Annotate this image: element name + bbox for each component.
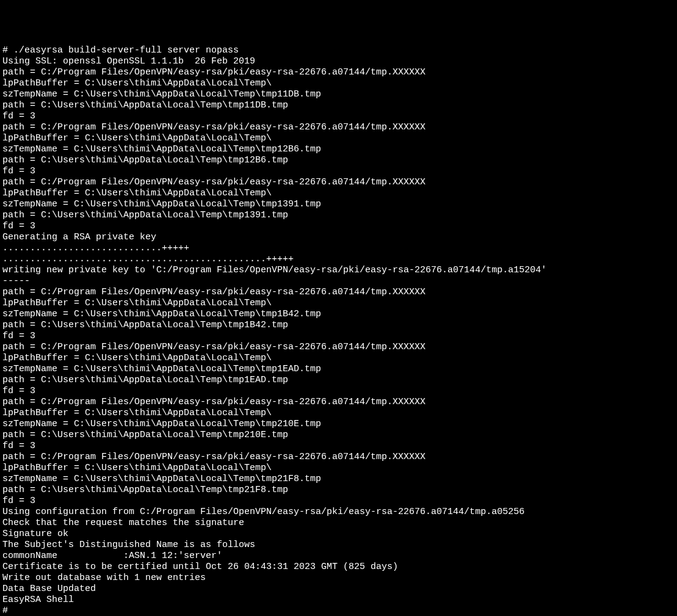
terminal-line: szTempName = C:\Users\thimi\AppData\Loca…: [2, 144, 675, 155]
terminal-output[interactable]: # ./easyrsa build-server-full server nop…: [2, 45, 675, 616]
terminal-line: lpPathBuffer = C:\Users\thimi\AppData\Lo…: [2, 463, 675, 474]
terminal-line: Using configuration from C:/Program File…: [2, 507, 675, 518]
terminal-line: Data Base Updated: [2, 584, 675, 595]
terminal-line: path = C:/Program Files/OpenVPN/easy-rsa…: [2, 342, 675, 353]
terminal-line: path = C:/Program Files/OpenVPN/easy-rsa…: [2, 177, 675, 188]
terminal-line: path = C:\Users\thimi\AppData\Local\Temp…: [2, 375, 675, 386]
terminal-line: lpPathBuffer = C:\Users\thimi\AppData\Lo…: [2, 188, 675, 199]
terminal-line: path = C:\Users\thimi\AppData\Local\Temp…: [2, 485, 675, 496]
terminal-line: fd = 3: [2, 386, 675, 397]
terminal-line: EasyRSA Shell: [2, 595, 675, 606]
terminal-line: szTempName = C:\Users\thimi\AppData\Loca…: [2, 309, 675, 320]
terminal-line: path = C:/Program Files/OpenVPN/easy-rsa…: [2, 397, 675, 408]
terminal-line: Write out database with 1 new entries: [2, 573, 675, 584]
terminal-line: Using SSL: openssl OpenSSL 1.1.1b 26 Feb…: [2, 56, 675, 67]
terminal-line: lpPathBuffer = C:\Users\thimi\AppData\Lo…: [2, 298, 675, 309]
terminal-line: Generating a RSA private key: [2, 232, 675, 243]
terminal-line: Certificate is to be certified until Oct…: [2, 562, 675, 573]
terminal-line: path = C:\Users\thimi\AppData\Local\Temp…: [2, 100, 675, 111]
terminal-line: path = C:\Users\thimi\AppData\Local\Temp…: [2, 430, 675, 441]
terminal-line: ........................................…: [2, 254, 675, 265]
terminal-line: lpPathBuffer = C:\Users\thimi\AppData\Lo…: [2, 353, 675, 364]
terminal-line: fd = 3: [2, 166, 675, 177]
terminal-line: path = C:/Program Files/OpenVPN/easy-rsa…: [2, 122, 675, 133]
terminal-line: path = C:\Users\thimi\AppData\Local\Temp…: [2, 210, 675, 221]
terminal-line: The Subject's Distinguished Name is as f…: [2, 540, 675, 551]
terminal-line: szTempName = C:\Users\thimi\AppData\Loca…: [2, 89, 675, 100]
terminal-line: #: [2, 606, 675, 616]
terminal-line: Signature ok: [2, 529, 675, 540]
terminal-line: lpPathBuffer = C:\Users\thimi\AppData\Lo…: [2, 408, 675, 419]
terminal-line: Check that the request matches the signa…: [2, 518, 675, 529]
terminal-line: szTempName = C:\Users\thimi\AppData\Loca…: [2, 364, 675, 375]
terminal-line: path = C:/Program Files/OpenVPN/easy-rsa…: [2, 67, 675, 78]
terminal-line: fd = 3: [2, 331, 675, 342]
terminal-line: path = C:\Users\thimi\AppData\Local\Temp…: [2, 155, 675, 166]
terminal-line: fd = 3: [2, 111, 675, 122]
terminal-line: path = C:\Users\thimi\AppData\Local\Temp…: [2, 320, 675, 331]
terminal-line: lpPathBuffer = C:\Users\thimi\AppData\Lo…: [2, 78, 675, 89]
terminal-line: fd = 3: [2, 496, 675, 507]
terminal-line: commonName :ASN.1 12:'server': [2, 551, 675, 562]
terminal-line: .............................+++++: [2, 243, 675, 254]
terminal-line: lpPathBuffer = C:\Users\thimi\AppData\Lo…: [2, 133, 675, 144]
terminal-line: # ./easyrsa build-server-full server nop…: [2, 45, 675, 56]
terminal-line: szTempName = C:\Users\thimi\AppData\Loca…: [2, 199, 675, 210]
terminal-line: writing new private key to 'C:/Program F…: [2, 265, 675, 276]
terminal-line: fd = 3: [2, 221, 675, 232]
terminal-line: path = C:/Program Files/OpenVPN/easy-rsa…: [2, 452, 675, 463]
terminal-line: szTempName = C:\Users\thimi\AppData\Loca…: [2, 419, 675, 430]
terminal-line: fd = 3: [2, 441, 675, 452]
terminal-line: -----: [2, 276, 675, 287]
terminal-line: path = C:/Program Files/OpenVPN/easy-rsa…: [2, 287, 675, 298]
terminal-line: szTempName = C:\Users\thimi\AppData\Loca…: [2, 474, 675, 485]
